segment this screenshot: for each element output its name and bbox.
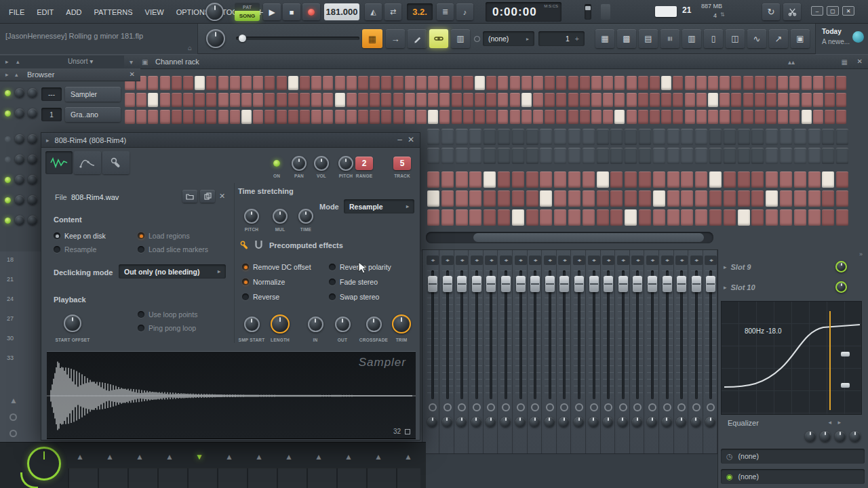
time-knob[interactable] [298, 209, 313, 224]
record-button[interactable] [302, 3, 320, 20]
file-name[interactable]: 808-Rim4.wav [71, 193, 119, 201]
option-row[interactable]: Reverse [242, 293, 279, 301]
menu-view[interactable]: VIEW [139, 8, 170, 16]
option-row[interactable]: Resample [54, 245, 96, 253]
fader-handle[interactable] [545, 276, 555, 292]
fader-handle[interactable] [530, 276, 540, 292]
pan-control[interactable]: ◂▸ [588, 256, 600, 265]
rack-graph-icon[interactable]: ▴▴ [788, 58, 795, 66]
pan-control[interactable]: ◂▸ [573, 256, 585, 265]
deck-arrow[interactable]: ▲ [374, 452, 382, 462]
cpu-arrows-icon[interactable]: ⇅ [720, 12, 725, 18]
fx-panel-menu-icon[interactable]: » [859, 251, 863, 258]
stop-button[interactable]: ■ [283, 3, 300, 20]
volume-slider-handle[interactable] [239, 35, 246, 42]
cut-tool-icon[interactable] [783, 3, 801, 20]
fader-handle[interactable] [516, 276, 526, 292]
crossfade-knob[interactable] [366, 317, 382, 332]
radio-use-loop-points[interactable] [138, 311, 144, 318]
pan-control[interactable]: ◂▸ [675, 256, 688, 265]
metronome-icon[interactable]: ◭ [365, 3, 382, 20]
master-pitch-knob[interactable] [206, 29, 225, 48]
eq-prev-icon[interactable]: ◂ [828, 419, 831, 426]
sampler-caret-icon[interactable]: ▸ [46, 137, 50, 144]
mixer-strip[interactable]: ◂▸ [543, 250, 557, 453]
pan-control[interactable]: ◂▸ [602, 256, 614, 265]
radio-resample[interactable] [54, 246, 60, 253]
sampler-minimize-icon[interactable]: – [397, 135, 402, 144]
strip-knob[interactable] [442, 417, 452, 427]
pan-control[interactable]: ◂▸ [427, 256, 439, 265]
mixer-strip[interactable]: ◂▸ [470, 250, 484, 453]
news-globe-icon[interactable] [852, 31, 864, 43]
browser-refresh-icon[interactable]: ▴ [15, 71, 18, 78]
fader-handle[interactable] [692, 276, 701, 292]
fader-handle[interactable] [604, 276, 613, 292]
pan-control[interactable]: ◂▸ [471, 256, 483, 265]
mute-ring-icon[interactable] [648, 403, 656, 411]
mute-ring-icon[interactable] [575, 403, 583, 411]
main-volume-knob[interactable] [205, 3, 224, 21]
sampler-titlebar[interactable]: ▸ 808-Rim4 (808-Rim4) – ✕ [41, 133, 420, 148]
rack-close-icon[interactable]: ✕ [857, 58, 863, 65]
fader-handle[interactable] [486, 276, 496, 292]
mixer-strip[interactable]: ◂▸ [514, 250, 528, 453]
snap-stepper[interactable]: 1+ [538, 31, 585, 46]
fader-handle[interactable] [633, 276, 642, 292]
fader-handle[interactable] [648, 276, 657, 292]
fader-handle[interactable] [443, 276, 452, 292]
sampler-close-icon[interactable]: ✕ [408, 135, 414, 144]
deck-arrow[interactable]: ▲ [255, 452, 263, 462]
slot-label[interactable]: Slot 9 [731, 263, 751, 271]
channel-on-led[interactable] [273, 160, 280, 167]
mixer-strip[interactable]: ◂▸ [441, 250, 454, 453]
fader-handle[interactable] [589, 276, 599, 292]
pan-control[interactable]: ◂▸ [690, 256, 703, 265]
mute-ring-icon[interactable] [473, 403, 481, 411]
pan-control[interactable]: ◂▸ [456, 256, 468, 265]
mute-ring-icon[interactable] [619, 403, 627, 411]
pan-control[interactable]: ◂▸ [617, 256, 629, 265]
radio-reverse[interactable] [242, 293, 249, 300]
slot-label[interactable]: Slot 10 [731, 283, 755, 291]
song-button[interactable]: SONG [235, 11, 260, 21]
touch-tool-icon[interactable]: ↗ [769, 29, 788, 48]
browser-titlebar[interactable]: ▸ ▴ Browser ✕ [0, 68, 140, 81]
slot-caret-icon[interactable]: ▸ [724, 284, 727, 291]
rack-scrollbar-handle[interactable] [473, 233, 704, 242]
mixer-strip[interactable]: ◂▸ [616, 250, 630, 453]
pitch-knob[interactable] [338, 156, 353, 171]
magnet-icon[interactable] [254, 240, 263, 251]
plus-icon[interactable]: + [575, 35, 579, 43]
deck-arrow[interactable]: ▲ [285, 452, 293, 462]
meter-handle[interactable] [585, 6, 591, 10]
option-row[interactable]: Fade stereo [329, 278, 378, 286]
eq-band-knob[interactable] [835, 431, 846, 442]
mixer-strip[interactable]: ◂▸ [455, 250, 469, 453]
pan-control[interactable]: ◂▸ [441, 256, 454, 265]
strip-knob[interactable] [662, 417, 672, 427]
tab-envelope[interactable] [74, 151, 101, 174]
strip-knob[interactable] [632, 417, 642, 427]
mute-ring-icon[interactable] [531, 403, 539, 411]
fader-handle[interactable] [559, 276, 569, 292]
mute-ring-icon[interactable] [546, 403, 554, 411]
position-display[interactable]: 3.2. [407, 3, 433, 20]
mute-ring-icon[interactable] [692, 403, 701, 411]
waveform-display[interactable]: Sampler 32 [47, 351, 416, 439]
mute-ring-icon[interactable] [663, 403, 671, 411]
radio-load-regions[interactable] [138, 232, 144, 239]
in-knob[interactable] [308, 317, 323, 332]
mute-ring-icon[interactable] [517, 403, 525, 411]
mute-ring-icon[interactable] [443, 403, 452, 411]
radio-reverse-polarity[interactable] [329, 264, 336, 270]
window-close-button[interactable]: ✕ [842, 6, 854, 16]
mixer-strip[interactable]: ◂▸ [690, 250, 703, 453]
mute-ring-icon[interactable] [458, 403, 466, 411]
pan-control[interactable]: ◂▸ [544, 256, 556, 265]
deck-arrow[interactable]: ▲ [136, 452, 144, 462]
deck-arrow[interactable]: ▲ [106, 452, 114, 462]
pattern-color-swatch[interactable] [655, 6, 677, 17]
strip-knob[interactable] [618, 417, 628, 427]
eq-band-knob[interactable] [805, 431, 816, 442]
